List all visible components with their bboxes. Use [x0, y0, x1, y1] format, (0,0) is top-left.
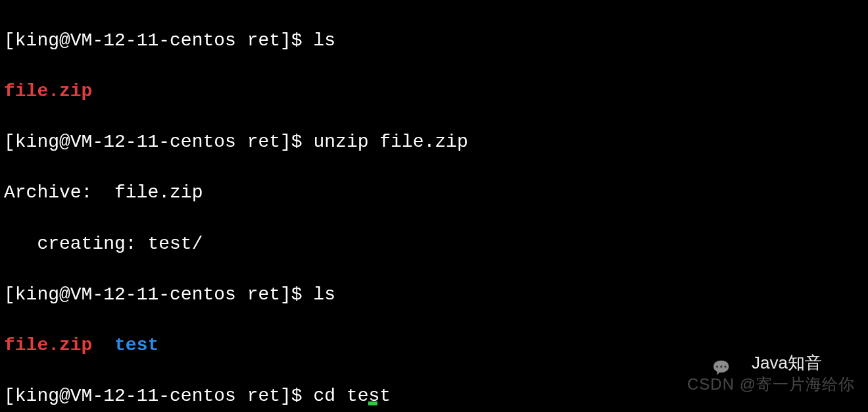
prompt: [king@VM-12-11-centos ret]$: [4, 30, 313, 51]
file-zip: file.zip: [4, 81, 92, 101]
prompt: [king@VM-12-11-centos ret]$: [4, 386, 313, 406]
prompt: [king@VM-12-11-centos ret]$: [4, 132, 313, 152]
prompt: [king@VM-12-11-centos ret]$: [4, 284, 313, 305]
line: [king@VM-12-11-centos ret]$ unzip file.z…: [4, 130, 864, 155]
line: [king@VM-12-11-centos ret]$ ls: [4, 282, 864, 308]
line: file.zip: [4, 79, 864, 105]
watermark-csdn: CSDN @寄一片海给你: [687, 373, 855, 395]
line: file.zip test: [4, 333, 864, 359]
line: creating: test/: [4, 232, 864, 257]
terminal[interactable]: [king@VM-12-11-centos ret]$ ls file.zip …: [0, 0, 868, 412]
output: Archive: file.zip: [4, 182, 203, 203]
dir-test: test: [114, 335, 158, 355]
command: cd test: [313, 386, 391, 406]
command: ls: [313, 284, 335, 305]
line: [king@VM-12-11-centos ret]$ ls: [4, 28, 864, 54]
output: creating: test/: [4, 234, 203, 254]
sep: [92, 335, 114, 355]
line: Archive: file.zip: [4, 180, 864, 206]
file-zip: file.zip: [4, 335, 92, 355]
command: unzip file.zip: [313, 132, 468, 152]
command: ls: [313, 30, 335, 51]
cursor: [368, 401, 377, 405]
watermark-java: Java知音: [752, 351, 822, 375]
